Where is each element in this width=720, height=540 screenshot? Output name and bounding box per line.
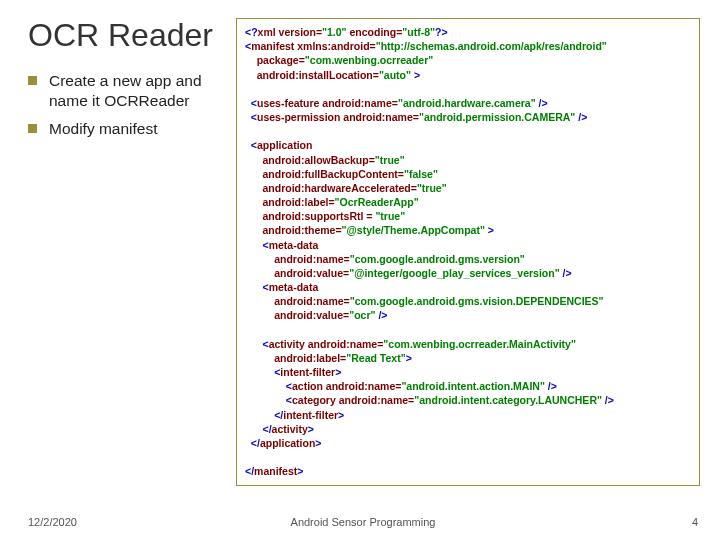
code-token: android:allowBackup= <box>245 154 375 166</box>
code-token: "utf-8" <box>402 26 435 38</box>
code-token: </ <box>245 465 254 477</box>
code-token: android:fullBackupContent= <box>245 168 404 180</box>
code-token: meta-data <box>269 281 319 293</box>
footer-title: Android Sensor Programming <box>28 516 698 528</box>
code-token: encoding= <box>347 26 403 38</box>
code-token: /> <box>560 267 572 279</box>
code-token: < <box>245 139 257 151</box>
slide: OCR Reader Create a new app and name it … <box>0 0 720 540</box>
code-token: "@style/Theme.AppCompat" <box>342 224 485 236</box>
code-token: android:value= <box>245 309 349 321</box>
columns: OCR Reader Create a new app and name it … <box>28 18 700 486</box>
code-token: meta-data <box>269 239 319 251</box>
list-item: Modify manifest <box>28 119 228 139</box>
code-token: < <box>245 394 292 406</box>
code-token: uses-feature <box>257 97 319 109</box>
code-token: "com.wenbing.ocrreader.MainActivity" <box>383 338 576 350</box>
code-token: android:supportsRtl = <box>245 210 375 222</box>
code-token: category <box>292 394 336 406</box>
code-token: "ocr" <box>349 309 375 321</box>
code-token: application <box>260 437 315 449</box>
code-token: ?> <box>435 26 448 38</box>
code-token: android:installLocation= <box>245 69 379 81</box>
code-token: xml version= <box>258 26 323 38</box>
code-token: android:theme= <box>245 224 342 236</box>
square-bullet-icon <box>28 76 37 85</box>
code-token: > <box>338 409 344 421</box>
code-token: > <box>297 465 303 477</box>
code-token: "http://schemas.android.com/apk/res/andr… <box>376 40 607 52</box>
code-token: "com.wenbing.ocrreader" <box>305 54 433 66</box>
code-token: action <box>292 380 323 392</box>
bullet-list: Create a new app and name it OCRReader M… <box>28 71 228 139</box>
code-token: application <box>257 139 312 151</box>
code-token: "com.google.android.gms.vision.DEPENDENC… <box>350 295 604 307</box>
code-token: android:label= <box>245 196 335 208</box>
code-token: uses-permission <box>257 111 340 123</box>
code-token: "false" <box>404 168 438 180</box>
code-token: > <box>485 224 494 236</box>
code-token: "true" <box>375 210 405 222</box>
code-token: /> <box>536 97 548 109</box>
code-token: </ <box>245 423 272 435</box>
code-token: manifest <box>254 465 297 477</box>
code-token: android:name= <box>336 394 414 406</box>
code-token: "android.hardware.camera" <box>398 97 536 109</box>
code-token: </ <box>245 437 260 449</box>
code-token: /> <box>575 111 587 123</box>
code-token: intent-filter <box>280 366 335 378</box>
code-token: /> <box>375 309 387 321</box>
code-token: android:hardwareAccelerated= <box>245 182 417 194</box>
bullet-text: Create a new app and name it OCRReader <box>49 71 228 111</box>
left-column: OCR Reader Create a new app and name it … <box>28 18 228 486</box>
code-token: manifest <box>251 40 294 52</box>
footer: 12/2/2020 Android Sensor Programming 4 <box>28 516 698 528</box>
code-token: "true" <box>375 154 405 166</box>
code-token: "android.intent.action.MAIN" <box>401 380 545 392</box>
code-token: < <box>245 97 257 109</box>
code-token: /> <box>545 380 557 392</box>
code-token: android:name= <box>245 295 350 307</box>
code-token: android:name= <box>340 111 418 123</box>
code-token: package= <box>245 54 305 66</box>
code-token: "Read Text" <box>346 352 405 364</box>
code-token: "auto" <box>379 69 411 81</box>
code-token: > <box>335 366 341 378</box>
code-token: intent-filter <box>283 409 338 421</box>
code-token: "OcrReaderApp" <box>335 196 419 208</box>
code-token: < <box>245 366 280 378</box>
code-token: "@integer/google_play_services_version" <box>349 267 559 279</box>
code-token: "true" <box>417 182 447 194</box>
code-token: xmlns:android= <box>294 40 375 52</box>
code-token: android:name= <box>305 338 383 350</box>
code-token: activity <box>269 338 305 350</box>
code-token: android:name= <box>323 380 401 392</box>
code-token: activity <box>272 423 308 435</box>
code-token: android:value= <box>245 267 349 279</box>
code-token: > <box>315 437 321 449</box>
slide-title: OCR Reader <box>28 18 228 53</box>
list-item: Create a new app and name it OCRReader <box>28 71 228 111</box>
code-token: <? <box>245 26 258 38</box>
code-token: android:name= <box>319 97 397 109</box>
bullet-text: Modify manifest <box>49 119 158 139</box>
code-token: < <box>245 281 269 293</box>
code-token: > <box>308 423 314 435</box>
code-token: "android.intent.category.LAUNCHER" <box>414 394 602 406</box>
code-token: /> <box>602 394 614 406</box>
square-bullet-icon <box>28 124 37 133</box>
code-token: "1.0" <box>322 26 347 38</box>
code-token: < <box>245 380 292 392</box>
code-token: > <box>406 352 412 364</box>
code-token: > <box>411 69 420 81</box>
code-token: android:name= <box>245 253 350 265</box>
code-token: "com.google.android.gms.version" <box>350 253 525 265</box>
code-token: < <box>245 338 269 350</box>
code-box: <?xml version="1.0" encoding="utf-8"?> <… <box>236 18 700 486</box>
code-token: < <box>245 239 269 251</box>
code-token: "android.permission.CAMERA" <box>419 111 575 123</box>
code-token: android:label= <box>245 352 346 364</box>
code-token: </ <box>245 409 283 421</box>
code-token: < <box>245 111 257 123</box>
